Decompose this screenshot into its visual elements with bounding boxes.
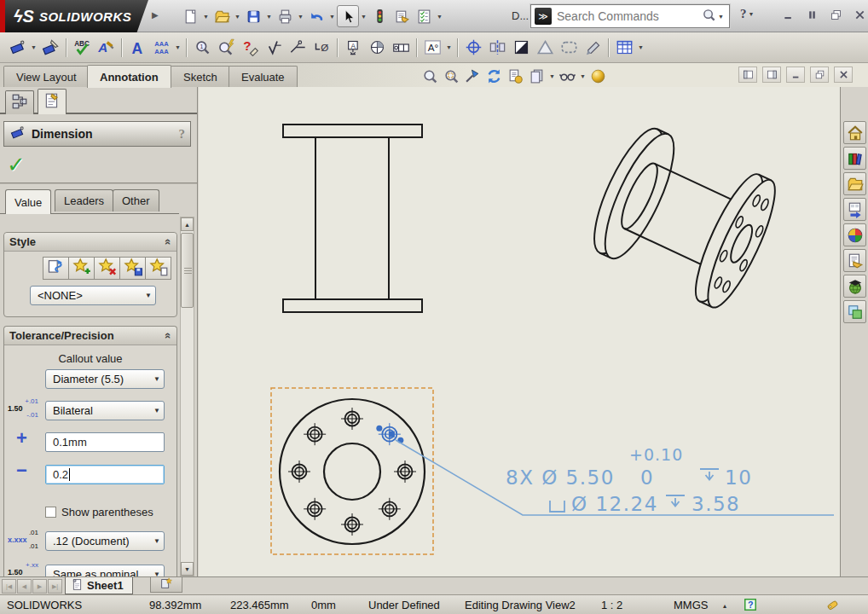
win-minimize-button[interactable] [778, 5, 798, 24]
select-cursor-button[interactable] [337, 5, 359, 27]
first-sheet-button[interactable]: |◀ [2, 579, 16, 594]
smart-dimension-button[interactable] [5, 36, 29, 60]
redraw-button[interactable] [483, 66, 505, 86]
smart-dimension-button-dropdown-icon[interactable]: ▼ [29, 44, 38, 50]
spell-checker-button[interactable]: ABC [70, 36, 94, 60]
load-style-button[interactable] [145, 257, 171, 280]
datum-feature-button[interactable]: A [341, 36, 365, 60]
pane-right-button[interactable] [762, 67, 781, 83]
sheet-format-button-dropdown-icon[interactable]: ▼ [547, 73, 557, 79]
units-dropdown-arrow-icon[interactable]: ▴ [723, 602, 726, 610]
magnetic-line-button[interactable]: ? [238, 36, 262, 60]
show-parentheses-checkbox[interactable] [45, 507, 56, 518]
options-button[interactable] [413, 5, 435, 27]
last-sheet-button[interactable]: ▶| [48, 579, 62, 594]
linear-note-pattern-button-dropdown-icon[interactable]: ▼ [173, 44, 182, 50]
format-painter-button[interactable]: A [94, 36, 118, 60]
unit-precision-dropdown[interactable]: .12 (Document) ▼ [45, 531, 165, 551]
apply-scene-button[interactable] [587, 66, 609, 86]
hole-callout-annotation[interactable]: 8X Ø 5.50 +0.10 0 10 Ø 12.24 3.58 [396, 440, 834, 515]
scroll-up-button[interactable]: ▲ [181, 217, 194, 231]
pane-left-button[interactable] [738, 67, 757, 83]
callout-value-dropdown[interactable]: Diameter (5.5) ▼ [45, 369, 165, 389]
tables-button-dropdown-icon[interactable]: ▼ [636, 44, 645, 50]
drawing-graphics-area[interactable]: 8X Ø 5.50 +0.10 0 10 Ø 12.24 3.58 [199, 87, 840, 576]
selection-handle-square[interactable] [389, 432, 395, 437]
win-close-button[interactable] [849, 5, 868, 24]
menu-expand-arrow-icon[interactable]: ▶ [152, 10, 159, 20]
menu-truncated-label[interactable]: D... [512, 9, 529, 22]
tab-leaders[interactable]: Leaders [55, 189, 113, 211]
open-button[interactable] [211, 5, 233, 27]
custom-properties-button[interactable] [843, 249, 866, 272]
new-document-button-dropdown-icon[interactable]: ▼ [201, 14, 211, 20]
save-style-button[interactable] [119, 257, 146, 280]
area-hatch-button[interactable] [509, 36, 533, 60]
win-restore-button[interactable] [825, 5, 846, 24]
sheet-format-button[interactable] [526, 66, 547, 86]
status-units-selector[interactable]: MMGS [674, 599, 708, 611]
annotation-note-button-dropdown-icon[interactable]: ▼ [444, 44, 454, 50]
bolt-hole[interactable] [304, 498, 326, 520]
bolt-hole[interactable] [394, 460, 416, 483]
tables-button[interactable] [612, 36, 636, 60]
tab-evaluate[interactable]: Evaluate [229, 66, 298, 87]
ok-checkmark-button[interactable]: ✓ [7, 152, 26, 178]
drawing-view-isometric[interactable] [581, 119, 787, 315]
balloon-button[interactable]: 1 [190, 36, 214, 60]
next-sheet-button[interactable]: ▶ [32, 579, 47, 594]
view-settings-button[interactable] [505, 66, 526, 86]
center-mark-button[interactable] [461, 36, 485, 60]
feature-manager-tab[interactable] [5, 90, 34, 114]
linear-note-pattern-button[interactable]: AAAAAA [149, 36, 173, 60]
annotation-note-button[interactable]: A° [420, 36, 444, 60]
tab-annotation[interactable]: Annotation [87, 65, 171, 88]
revision-cloud-button[interactable] [557, 36, 581, 60]
tab-other[interactable]: Other [113, 189, 159, 211]
file-explorer-button[interactable] [843, 172, 866, 195]
save-button[interactable] [242, 5, 264, 27]
max-variation-input[interactable]: 0.1mm [45, 432, 165, 452]
datum-target-button[interactable] [365, 36, 389, 60]
scrollbar-thumb[interactable] [181, 233, 194, 308]
win-close-button[interactable] [834, 67, 853, 83]
panel-scrollbar[interactable]: ▲ ▼ [180, 217, 194, 576]
bolt-hole[interactable] [341, 408, 363, 430]
options-button-dropdown-icon[interactable]: ▼ [435, 14, 444, 20]
style-group-header[interactable]: Style « [4, 233, 176, 252]
search-icon[interactable] [702, 8, 716, 25]
zoom-fit-button[interactable] [420, 66, 441, 86]
show-parentheses-row[interactable]: Show parentheses [45, 506, 153, 518]
win-minimize-button[interactable] [786, 67, 805, 83]
sheet1-tab[interactable]: Sheet1 [65, 577, 133, 594]
note-button[interactable]: A [125, 36, 149, 60]
help-dropdown-icon[interactable]: ▼ [747, 11, 756, 17]
delete-style-button[interactable] [94, 257, 120, 280]
add-style-button[interactable] [68, 257, 95, 280]
drawing-view-front[interactable] [283, 125, 422, 312]
collapse-chevron-icon[interactable]: « [162, 333, 175, 339]
geometric-tolerance-button[interactable] [389, 36, 413, 60]
forum-resources-button[interactable] [843, 275, 866, 298]
surface-finish-button[interactable] [262, 36, 286, 60]
interference-traffic-light-button[interactable] [368, 5, 391, 27]
tab-view-layout[interactable]: View Layout [3, 66, 90, 87]
weld-symbol-button[interactable] [286, 36, 310, 60]
auto-balloon-button[interactable] [214, 36, 238, 60]
bolt-hole[interactable] [288, 460, 310, 483]
new-document-button[interactable] [179, 5, 201, 27]
model-items-button[interactable] [38, 36, 62, 60]
search-commands-box[interactable]: ≫ Search Commands ▼ [530, 4, 730, 28]
bolt-hole[interactable] [341, 513, 363, 536]
blocks-button[interactable] [581, 36, 605, 60]
collapse-chevron-icon[interactable]: « [162, 239, 175, 245]
tab-sketch[interactable]: Sketch [171, 66, 230, 87]
print-button-dropdown-icon[interactable]: ▼ [296, 14, 305, 20]
tolerance-precision-dropdown[interactable]: Same as nominal ▼ [45, 565, 165, 576]
previous-view-button[interactable] [462, 66, 483, 86]
panel-help-icon[interactable]: ? [179, 127, 186, 142]
min-variation-input[interactable]: 0.2 [45, 465, 165, 484]
save-button-dropdown-icon[interactable]: ▼ [264, 14, 274, 20]
design-library-button[interactable] [843, 147, 866, 170]
centerline-button[interactable] [485, 36, 509, 60]
